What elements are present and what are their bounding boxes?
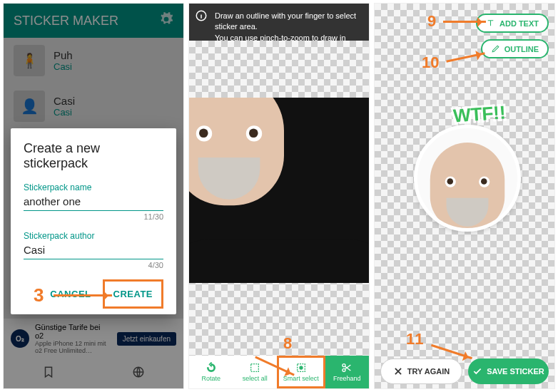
source-photo[interactable]	[189, 98, 369, 283]
scissors-icon	[341, 362, 352, 373]
dialog-title: Create a new stickerpack	[24, 141, 163, 171]
screen-create-dialog: STICKER MAKER 🧍 Puh Casi 👤 Casi Casi O₂ …	[3, 3, 184, 389]
select-all-label: select all	[243, 375, 268, 382]
info-icon	[195, 9, 208, 22]
screen-edit-sticker: ADD TEXT OUTLINE WTF!! TRY AGAIN SAVE ST…	[374, 3, 555, 389]
outline-label: OUTLINE	[504, 45, 539, 53]
rotate-tool[interactable]: Rotate	[189, 356, 233, 388]
select-all-tool[interactable]: select all	[233, 356, 278, 388]
save-sticker-button[interactable]: SAVE STICKER	[468, 359, 549, 384]
svg-point-4	[300, 366, 303, 369]
try-again-button[interactable]: TRY AGAIN	[380, 359, 462, 384]
sticker-actions: TRY AGAIN SAVE STICKER	[375, 359, 554, 384]
add-text-label: ADD TEXT	[499, 19, 539, 28]
select-all-icon	[249, 362, 260, 373]
annotation-arrow	[443, 21, 486, 23]
annotation-number-8: 8	[283, 334, 292, 353]
outline-button[interactable]: OUTLINE	[481, 39, 549, 58]
annotation-number-10: 10	[422, 53, 439, 72]
sticker-preview[interactable]	[414, 125, 521, 232]
freehand-label: Freehand	[333, 375, 361, 382]
screen-select-area: Draw an outline with your finger to sele…	[188, 3, 370, 389]
name-label: Stickerpack name	[24, 182, 163, 192]
stickerpack-name-input[interactable]	[24, 192, 163, 211]
author-counter: 4/30	[24, 261, 163, 269]
banner-line1: Draw an outline with your finger to sele…	[215, 11, 362, 33]
annotation-number-3: 3	[34, 284, 44, 306]
author-label: Stickerpack author	[24, 231, 163, 241]
check-icon	[472, 366, 482, 376]
stickerpack-author-input[interactable]	[24, 241, 163, 259]
editor-canvas[interactable]	[189, 41, 369, 356]
rotate-icon	[206, 362, 217, 373]
svg-rect-2	[251, 364, 259, 372]
annotation-number-11: 11	[406, 330, 423, 349]
pencil-icon	[491, 44, 500, 53]
sticker-text-overlay[interactable]: WTF!!	[452, 101, 507, 127]
smart-select-tool[interactable]: Smart select	[277, 356, 325, 388]
close-icon	[393, 366, 403, 376]
rotate-label: Rotate	[201, 375, 220, 382]
name-counter: 11/30	[24, 212, 163, 221]
save-label: SAVE STICKER	[487, 367, 544, 376]
freehand-tool[interactable]: Freehand	[325, 356, 370, 388]
annotation-arrow	[54, 294, 112, 296]
try-again-label: TRY AGAIN	[407, 367, 450, 376]
annotation-number-9: 9	[427, 12, 436, 31]
crop-toolbar: Rotate select all Smart select Freehand	[189, 356, 369, 388]
